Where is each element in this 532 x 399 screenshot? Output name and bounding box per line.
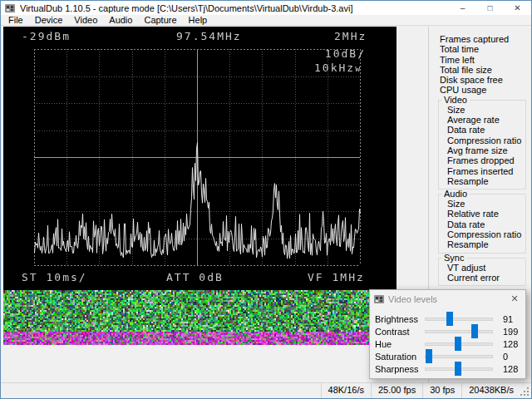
dialog-close-icon[interactable]: ✕ [504,293,525,304]
stat-video-avg-frame-size: Avg frame size [441,145,525,155]
contrast-value: 199 [503,327,518,337]
menu-item-audio[interactable]: Audio [103,15,138,26]
stat-audio-relative-rate: Relative rate [441,209,525,219]
close-button[interactable]: ✕ [504,1,531,15]
menu-item-capture[interactable]: Capture [138,15,182,26]
hue-slider[interactable] [425,342,493,346]
video-static-noise [3,290,397,345]
stats-group-sync-label: Sync [441,254,466,263]
contrast-label: Contrast [375,327,423,337]
stat-sync-current-error: Current error [441,273,525,283]
stat-frames-captured: Frames captured [433,34,526,44]
spectrum-span: 2MHz [334,30,367,42]
stat-video-frames-dropped: Frames dropped [441,155,525,165]
app-icon [5,3,15,13]
status-data-rate: 20438KB/s [461,383,520,398]
brightness-slider[interactable] [425,318,493,321]
window-title: VirtualDub 1.10.5 - capture mode [C:\Use… [20,3,352,13]
stat-video-average-rate: Average rate [441,115,525,125]
stat-video-compression-ratio: Compression ratio [441,135,525,145]
slider-row-contrast: Contrast 199 [370,325,525,337]
stats-group-audio: Audio Size Relative rate Data rate Compr… [438,194,526,253]
hue-value: 128 [503,339,518,349]
spectrum-attenuation: ATT 0dB [166,271,224,283]
resize-grip[interactable] [520,383,531,398]
stat-time-left: Time left [433,55,526,65]
status-audio-format: 48K/16/s [321,383,371,398]
stat-audio-compression-ratio: Compression ratio [441,229,525,239]
spectrum-video-filter: VF 1MHz [308,271,365,283]
stats-group-audio-label: Audio [441,190,470,199]
hue-slider-thumb[interactable] [455,337,461,351]
brightness-slider-thumb[interactable] [446,312,453,326]
spectrum-rbw-flag: w [355,64,360,73]
status-capture-fps: 25.00 fps [371,383,422,398]
title-bar[interactable]: VirtualDub 1.10.5 - capture mode [C:\Use… [1,1,531,15]
brightness-value: 91 [503,314,513,324]
spectrum-center-freq: 97.54MHz [176,30,242,42]
sharpness-label: Sharpness [375,364,423,374]
spectrum-sweep-time: ST 10ms/ [22,271,87,283]
hue-label: Hue [375,339,423,349]
dialog-app-icon [374,294,384,304]
spectrum-ref-level: -29dBm [22,30,71,42]
slider-row-sharpness: Sharpness 128 [370,362,525,375]
video-levels-dialog: Video levels ✕ Brightness 91 Contrast 19… [369,289,526,379]
capture-video-display: -29dBm 97.54MHz 2MHz 10dB/ 10kHzw ST 10m… [3,27,397,345]
stat-audio-data-rate: Data rate [441,219,525,229]
slider-row-hue: Hue 128 [370,337,525,350]
stat-total-time: Total time [433,44,526,54]
stat-audio-resample: Resample [441,239,525,249]
stats-group-video: Video Size Average rate Data rate Compre… [438,100,526,190]
status-display-fps: 30 fps [422,383,461,398]
sharpness-slider[interactable] [425,367,493,371]
stat-video-frames-inserted: Frames inserted [441,166,525,176]
stat-cpu-usage: CPU usage [433,85,526,95]
menu-item-file[interactable]: File [2,15,29,26]
stat-audio-size: Size [441,199,525,209]
stat-video-resample: Resample [441,176,525,186]
spectrum-rbw: 10kHzw [314,62,360,74]
saturation-slider-thumb[interactable] [426,349,432,363]
saturation-label: Saturation [375,352,423,362]
menu-item-device[interactable]: Device [29,15,69,26]
saturation-value: 0 [503,352,508,362]
contrast-slider[interactable] [425,330,493,333]
stat-disk-space-free: Disk space free [433,75,526,85]
stat-video-size: Size [441,105,525,115]
capture-stats-panel: Frames captured Total time Time left Tot… [433,34,526,288]
stat-total-file-size: Total file size [433,65,526,75]
menu-bar: File Device Video Audio Capture Help [1,15,531,26]
app-window: VirtualDub 1.10.5 - capture mode [C:\Use… [0,0,532,399]
menu-item-help[interactable]: Help [183,15,214,26]
minimize-button[interactable]: – [449,1,476,15]
slider-row-brightness: Brightness 91 [370,313,525,325]
stat-video-data-rate: Data rate [441,125,525,135]
video-levels-titlebar[interactable]: Video levels ✕ [370,290,525,308]
maximize-button[interactable]: □ [476,1,504,15]
stats-group-video-label: Video [441,96,470,105]
brightness-label: Brightness [375,314,423,324]
saturation-slider[interactable] [425,355,493,358]
dialog-title: Video levels [388,294,504,304]
status-bar: 48K/16/s 25.00 fps 30 fps 20438KB/s [1,382,531,398]
sharpness-value: 128 [503,364,518,374]
stat-sync-vt-adjust: VT adjust [441,263,525,273]
slider-row-saturation: Saturation 0 [370,350,525,362]
sharpness-slider-thumb[interactable] [455,362,461,376]
menu-item-video[interactable]: Video [68,15,103,26]
stats-group-sync: Sync VT adjust Current error [438,258,526,287]
contrast-slider-thumb[interactable] [471,324,478,338]
spectrum-scale: 10dB/ [294,47,366,60]
